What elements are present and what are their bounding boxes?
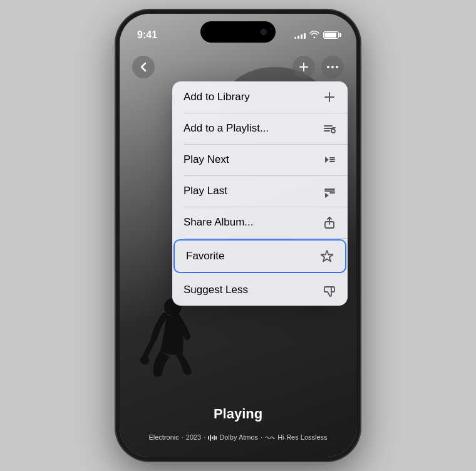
share-icon	[323, 215, 336, 229]
menu-item-add-to-playlist[interactable]: Add to a Playlist...	[172, 113, 348, 144]
svg-rect-10	[210, 435, 211, 441]
svg-rect-12	[214, 435, 215, 440]
svg-marker-28	[325, 193, 329, 198]
menu-item-label-add-to-playlist: Add to a Playlist...	[184, 122, 269, 135]
play-next-icon	[323, 153, 336, 167]
signal-indicator	[294, 31, 306, 39]
camera-dot	[261, 29, 267, 35]
menu-item-label-suggest-less: Suggest Less	[184, 284, 248, 296]
star-icon	[320, 249, 334, 263]
status-icons	[294, 31, 339, 40]
menu-item-add-to-library[interactable]: Add to Library	[172, 81, 348, 113]
menu-item-share-album[interactable]: Share Album...	[172, 207, 348, 238]
add-button[interactable]	[292, 56, 315, 78]
svg-point-6	[327, 66, 329, 68]
menu-item-label-share-album: Share Album...	[184, 216, 254, 229]
bottom-info: Electronic · 2023 · Dolby Atmos · Hi-Res…	[120, 433, 356, 441]
context-menu: Add to Library Add to a Playlist...	[172, 81, 348, 306]
back-button[interactable]	[132, 56, 155, 78]
phone-frame: 9:41	[116, 10, 360, 461]
svg-marker-32	[321, 251, 333, 262]
menu-item-suggest-less[interactable]: Suggest Less	[172, 274, 348, 306]
svg-rect-13	[215, 436, 217, 440]
menu-item-label-play-last: Play Last	[184, 185, 227, 197]
svg-rect-9	[208, 436, 209, 440]
thumbs-down-icon	[323, 283, 336, 297]
playlist-add-icon	[323, 122, 336, 135]
menu-item-play-last[interactable]: Play Last	[172, 175, 348, 207]
menu-item-label-add-to-library: Add to Library	[184, 91, 250, 103]
phone-screen: 9:41	[120, 14, 356, 457]
nav-right-buttons	[292, 56, 344, 78]
menu-item-favorite[interactable]: Favorite	[173, 239, 346, 273]
svg-point-7	[331, 66, 334, 68]
play-last-icon	[323, 184, 336, 198]
now-playing-label: Playing	[120, 406, 356, 422]
more-button[interactable]	[321, 56, 344, 78]
svg-point-8	[336, 66, 338, 68]
svg-rect-11	[212, 437, 213, 439]
menu-item-play-next[interactable]: Play Next	[172, 144, 348, 175]
menu-item-label-play-next: Play Next	[184, 153, 229, 166]
battery-icon	[323, 31, 339, 39]
svg-point-3	[140, 356, 149, 365]
nav-bar	[120, 51, 356, 83]
svg-marker-22	[325, 157, 329, 163]
plus-icon	[323, 90, 336, 104]
menu-item-label-favorite: Favorite	[186, 250, 224, 262]
dynamic-island	[200, 21, 276, 43]
wifi-icon	[309, 31, 319, 40]
